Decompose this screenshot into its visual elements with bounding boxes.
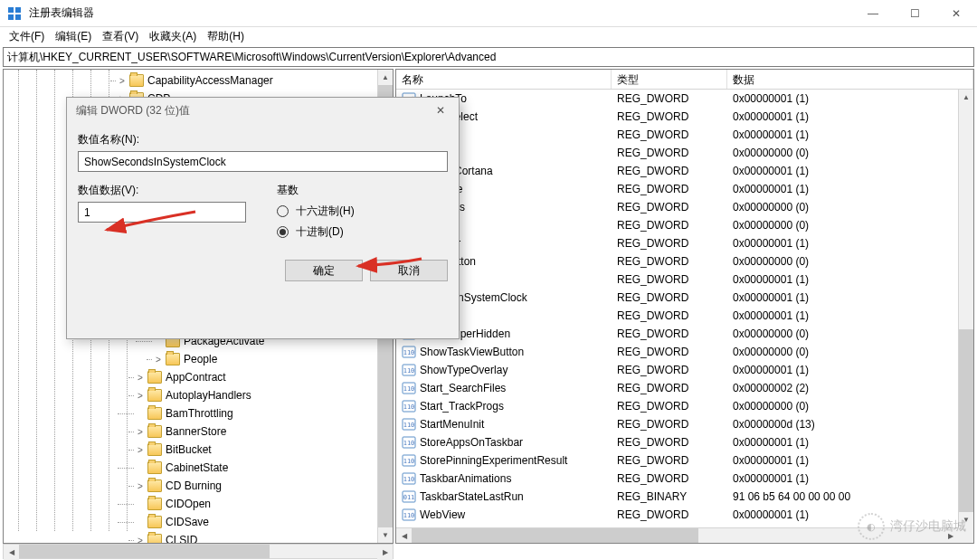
svg-rect-0 bbox=[8, 7, 14, 13]
close-button[interactable]: ✕ bbox=[935, 0, 977, 27]
folder-icon bbox=[147, 534, 162, 543]
tree-horizontal-scrollbar[interactable]: ◀ ▶ bbox=[3, 544, 394, 559]
tree-item-label: BamThrottling bbox=[166, 407, 233, 420]
value-data: 0x00000001 (1) bbox=[727, 472, 973, 485]
tree-expand-icon[interactable]: > bbox=[135, 480, 146, 491]
value-data: 0x00000000 (0) bbox=[727, 147, 973, 159]
list-row[interactable]: 110mpColorREG_DWORD0x00000001 (1) bbox=[396, 234, 973, 252]
cancel-button[interactable]: 取消 bbox=[370, 260, 448, 281]
list-row[interactable]: 110StorePinningExperimentResultREG_DWORD… bbox=[396, 451, 973, 470]
tree-item[interactable]: BamThrottling bbox=[135, 404, 233, 422]
dword-value-icon: 110 bbox=[402, 417, 416, 432]
column-data[interactable]: 数据 bbox=[727, 70, 973, 89]
list-row[interactable]: 110ShowTypeOverlayREG_DWORD0x00000001 (1… bbox=[396, 361, 973, 379]
dialog-close-button[interactable]: ✕ bbox=[428, 100, 453, 120]
tree-expand-icon[interactable]: > bbox=[117, 75, 128, 86]
value-data-input[interactable] bbox=[78, 202, 246, 223]
value-data: 0x00000001 (1) bbox=[727, 309, 973, 322]
list-row[interactable]: 110DrvBtnREG_DWORD0x00000000 (0) bbox=[396, 144, 973, 162]
radio-decimal[interactable]: 十进制(D) bbox=[277, 224, 448, 240]
value-data: 0x00000001 (1) bbox=[727, 273, 973, 286]
radio-icon bbox=[277, 205, 289, 217]
tree-item-label: AutoplayHandlers bbox=[166, 389, 251, 402]
list-row[interactable]: 110ShowSuperHiddenREG_DWORD0x00000000 (0… bbox=[396, 325, 973, 343]
tree-expand-icon[interactable]: > bbox=[135, 426, 146, 437]
tree-item[interactable]: CIDSave bbox=[135, 513, 209, 531]
value-name: ShowTaskViewButton bbox=[420, 346, 524, 358]
value-type: REG_DWORD bbox=[612, 454, 727, 467]
value-data: 91 06 b5 64 00 00 00 00 bbox=[727, 490, 973, 503]
dialog-titlebar[interactable]: 编辑 DWORD (32 位)值 ✕ bbox=[67, 98, 459, 123]
list-panel: 名称 类型 数据 110LaunchToREG_DWORD0x00000001 … bbox=[395, 69, 974, 544]
tree-item[interactable]: >CapabilityAccessManager bbox=[117, 71, 273, 90]
tree-item[interactable]: >CLSID bbox=[135, 531, 197, 543]
value-type: REG_DWORD bbox=[612, 309, 727, 322]
column-name[interactable]: 名称 bbox=[396, 70, 612, 89]
value-name-input[interactable] bbox=[78, 151, 448, 172]
list-row[interactable]: 110rtanaButtonREG_DWORD0x00000000 (0) bbox=[396, 252, 973, 271]
dword-value-icon: 110 bbox=[402, 453, 416, 468]
address-bar[interactable]: 计算机\HKEY_CURRENT_USER\SOFTWARE\Microsoft… bbox=[3, 47, 974, 67]
value-data: 0x00000000 (0) bbox=[727, 327, 973, 340]
value-type: REG_DWORD bbox=[612, 436, 727, 449]
value-data: 0x00000001 (1) bbox=[727, 183, 973, 195]
tree-expand-icon[interactable]: > bbox=[135, 535, 146, 543]
tree-item[interactable]: >BitBucket bbox=[135, 441, 212, 459]
menu-file[interactable]: 文件(F) bbox=[4, 28, 50, 45]
value-name: TaskbarAnimations bbox=[420, 472, 511, 485]
list-row[interactable]: 110oTipREG_DWORD0x00000001 (1) bbox=[396, 271, 973, 289]
tree-item-label: CLSID bbox=[166, 534, 197, 543]
tree-item[interactable]: CIDOpen bbox=[135, 495, 211, 513]
list-vertical-scrollbar[interactable]: ▲ ▼ bbox=[958, 90, 973, 527]
list-row[interactable]: 110eProcessREG_DWORD0x00000000 (0) bbox=[396, 198, 973, 216]
value-type: REG_DWORD bbox=[612, 291, 727, 304]
base-label: 基数 bbox=[277, 183, 448, 198]
tree-expand-icon[interactable]: > bbox=[135, 372, 146, 383]
list-row[interactable]: 110dUnpinCortanaREG_DWORD0x00000001 (1) bbox=[396, 162, 973, 180]
list-row[interactable]: 110ShowTaskViewButtonREG_DWORD0x00000000… bbox=[396, 343, 973, 361]
list-row[interactable]: 110econdsInSystemClockREG_DWORD0x0000000… bbox=[396, 289, 973, 307]
menu-help[interactable]: 帮助(H) bbox=[202, 28, 250, 45]
tree-item[interactable]: >CD Burning bbox=[135, 477, 222, 495]
tree-item[interactable]: >AutoplayHandlers bbox=[135, 386, 251, 404]
minimize-button[interactable]: — bbox=[852, 0, 894, 27]
list-row[interactable]: 110StartMenuInitREG_DWORD0x0000000d (13) bbox=[396, 415, 973, 433]
list-row[interactable]: 110LaunchToREG_DWORD0x00000001 (1) bbox=[396, 90, 973, 108]
tree-item[interactable]: >BannerStore bbox=[135, 422, 226, 441]
tree-item[interactable]: >AppContract bbox=[135, 368, 226, 386]
list-row[interactable]: 110AlphaSelectREG_DWORD0x00000001 (1) bbox=[396, 108, 973, 126]
list-row[interactable]: 110edProfileREG_DWORD0x00000001 (1) bbox=[396, 180, 973, 198]
svg-text:110: 110 bbox=[403, 422, 415, 429]
maximize-button[interactable]: ☐ bbox=[894, 0, 935, 27]
list-row[interactable]: 110ShadowREG_DWORD0x00000001 (1) bbox=[396, 126, 973, 144]
tree-item[interactable]: CabinetState bbox=[135, 459, 228, 477]
menu-view[interactable]: 查看(V) bbox=[97, 28, 144, 45]
tree-item[interactable]: >People bbox=[153, 350, 217, 368]
folder-icon bbox=[129, 74, 144, 87]
value-type: REG_DWORD bbox=[612, 364, 727, 376]
list-row[interactable]: 110StoreAppsOnTaskbarREG_DWORD0x00000001… bbox=[396, 433, 973, 451]
value-data: 0x00000001 (1) bbox=[727, 454, 973, 467]
value-name: StartMenuInit bbox=[420, 418, 484, 431]
value-name: WebView bbox=[420, 508, 465, 521]
menu-edit[interactable]: 编辑(E) bbox=[50, 28, 97, 45]
window-titlebar: 注册表编辑器 — ☐ ✕ bbox=[0, 0, 977, 27]
list-row[interactable]: 110tusBarREG_DWORD0x00000001 (1) bbox=[396, 307, 973, 325]
list-row[interactable]: 110Start_TrackProgsREG_DWORD0x00000000 (… bbox=[396, 397, 973, 415]
list-row[interactable]: 110Start_SearchFilesREG_DWORD0x00000002 … bbox=[396, 379, 973, 397]
folder-icon bbox=[147, 461, 162, 474]
tree-expand-icon[interactable]: > bbox=[135, 444, 146, 455]
list-row[interactable]: 110dminUIREG_DWORD0x00000000 (0) bbox=[396, 216, 973, 234]
list-row[interactable]: 011TaskbarStateLastRunREG_BINARY91 06 b5… bbox=[396, 488, 973, 506]
svg-text:110: 110 bbox=[403, 476, 415, 483]
menu-favorites[interactable]: 收藏夹(A) bbox=[144, 28, 202, 45]
tree-expand-icon[interactable]: > bbox=[153, 354, 164, 365]
ok-button[interactable]: 确定 bbox=[285, 260, 363, 281]
list-row[interactable]: 110TaskbarAnimationsREG_DWORD0x00000001 … bbox=[396, 470, 973, 488]
folder-icon bbox=[147, 443, 162, 456]
tree-item-label: CD Burning bbox=[166, 479, 222, 492]
radio-hexadecimal[interactable]: 十六进制(H) bbox=[277, 204, 448, 219]
tree-expand-icon[interactable]: > bbox=[135, 390, 146, 401]
tree-item-label: CapabilityAccessManager bbox=[147, 74, 273, 87]
column-type[interactable]: 类型 bbox=[612, 70, 727, 89]
